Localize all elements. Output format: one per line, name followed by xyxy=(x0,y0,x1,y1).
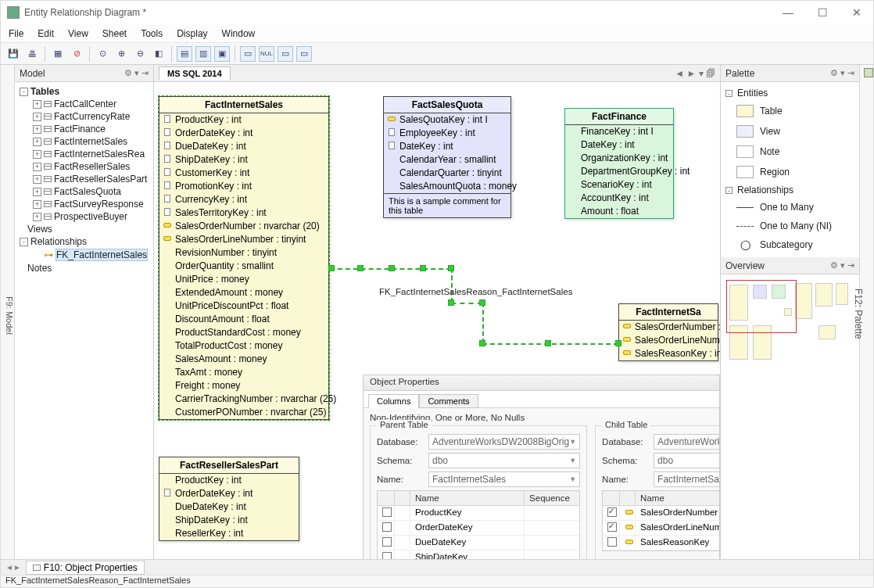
menu-sheet[interactable]: Sheet xyxy=(102,28,127,39)
props-tab-comments[interactable]: Comments xyxy=(419,394,478,408)
fk-connector[interactable] xyxy=(451,303,482,304)
tab-nav-left-icon[interactable]: ◄► xyxy=(5,563,21,572)
overview-header: Overview ⚙ ▾ ⇥ xyxy=(721,257,859,274)
menu-edit[interactable]: Edit xyxy=(38,28,54,39)
menu-file[interactable]: File xyxy=(9,28,23,39)
entity-column: SalesTerritoryKey : int xyxy=(159,206,328,220)
tool-bar: 💾 🖶 ▦ ⊘ ⊙ ⊕ ⊖ ◧ ▤ ▥ ▣ ▭ NUL ▭ ▭ xyxy=(1,43,873,65)
child-database-select[interactable]: AdventureWorksDW2008BigOrig▼ xyxy=(654,434,719,450)
parent-columns-grid[interactable]: NameSequence ProductKeyOrderDateKeyDueDa… xyxy=(377,490,580,560)
checkbox[interactable] xyxy=(607,507,617,517)
props-tabs: Columns Comments xyxy=(364,391,719,408)
entity-factinternetsales[interactable]: FactInternetSales ProductKey : intOrderD… xyxy=(159,96,329,420)
toggle-d-icon[interactable]: ▭ xyxy=(296,46,312,62)
zoom-reset-icon[interactable]: ⊙ xyxy=(95,46,110,62)
object-properties-panel: Object Properties Columns Comments Non-I… xyxy=(363,375,720,561)
entity-column: CustomerPONumber : nvarchar (25) xyxy=(159,406,328,419)
palette-item-table[interactable]: Table xyxy=(725,101,854,121)
collapse-icon[interactable]: - xyxy=(725,187,733,194)
palette-item-one-to-many-ni[interactable]: One to Many (NI) xyxy=(725,217,854,235)
entity-column: AccountKey : int xyxy=(565,192,673,205)
overview-map[interactable] xyxy=(721,274,859,561)
gear-icon[interactable]: ⚙ ▾ ⇥ xyxy=(830,260,854,271)
key-icon xyxy=(625,524,634,530)
checkbox[interactable] xyxy=(382,522,392,532)
entity-column: FinanceKey : int I xyxy=(565,125,673,138)
fk-connector[interactable] xyxy=(451,268,453,303)
palette-body: -Entities Table View Note Region -Relati… xyxy=(721,82,859,257)
toggle-c-icon[interactable]: ▭ xyxy=(278,46,293,62)
checkbox[interactable] xyxy=(607,522,617,532)
fieldset-legend: Child Table xyxy=(602,420,650,429)
child-schema-select[interactable]: dbo▼ xyxy=(654,453,719,468)
left-rail[interactable]: F9: Model xyxy=(1,65,15,561)
checkbox[interactable] xyxy=(382,507,392,517)
maximize-button[interactable]: ☐ xyxy=(812,6,833,19)
forbid-icon[interactable]: ⊘ xyxy=(69,46,84,62)
table-row[interactable]: DueDateKey xyxy=(378,536,579,550)
view-keys-icon[interactable]: ▥ xyxy=(195,46,211,62)
entity-column: OrderQuantity : smallint xyxy=(159,260,328,273)
palette-item-note[interactable]: Note xyxy=(725,142,854,162)
palette-item-subcategory[interactable]: ◯Subcategory xyxy=(725,235,854,254)
child-name-select[interactable]: FactInternetSalesReason▼ xyxy=(654,471,719,487)
checkbox[interactable] xyxy=(382,537,392,547)
palette-item-one-to-many[interactable]: One to Many xyxy=(725,198,854,217)
entity-column: RevisionNumber : tinyint xyxy=(159,246,328,260)
menu-view[interactable]: View xyxy=(68,28,88,39)
zoom-fit-icon[interactable]: ◧ xyxy=(151,46,167,62)
entity-factinternetsalesreason[interactable]: FactInternetSa SalesOrderNumber :SalesOr… xyxy=(618,303,718,361)
menu-display[interactable]: Display xyxy=(177,28,207,39)
entity-column: DueDateKey : int xyxy=(159,140,328,153)
fk-connector[interactable] xyxy=(482,303,484,343)
props-tab-columns[interactable]: Columns xyxy=(368,394,419,408)
parent-table-group: Parent Table Database:AdventureWorksDW20… xyxy=(370,425,587,560)
right-rail[interactable]: F12: Palette xyxy=(859,65,873,561)
entity-column: DueDateKey : int xyxy=(159,500,299,514)
sheet-nav[interactable]: ◄ ► ▾ 🗐 xyxy=(675,68,715,79)
table-row[interactable]: ProductKey xyxy=(378,506,579,521)
grid-icon[interactable]: ▦ xyxy=(50,46,66,62)
parent-schema-select[interactable]: dbo▼ xyxy=(428,453,580,468)
zoom-out-icon[interactable]: ⊖ xyxy=(132,46,148,62)
entity-column: EmployeeKey : int xyxy=(384,127,510,140)
minimize-button[interactable]: — xyxy=(778,6,798,19)
zoom-in-icon[interactable]: ⊕ xyxy=(113,46,129,62)
view-names-icon[interactable]: ▣ xyxy=(214,46,230,62)
child-columns-grid[interactable]: NameSequence SalesOrderNumber1SalesOrder… xyxy=(602,490,719,551)
palette-group-label: Relationships xyxy=(737,185,793,195)
toggle-null-icon[interactable]: NUL xyxy=(259,46,274,62)
collapse-icon[interactable]: - xyxy=(725,90,733,97)
toggle-a-icon[interactable]: ▭ xyxy=(240,46,256,62)
table-row[interactable]: SalesOrderNumber1 xyxy=(603,506,719,521)
close-button[interactable]: ✕ xyxy=(847,6,867,19)
gear-icon[interactable]: ⚙ ▾ ⇥ xyxy=(830,68,854,78)
pin-icon[interactable] xyxy=(864,68,873,77)
save-icon[interactable]: 💾 xyxy=(5,46,21,62)
table-row[interactable]: SalesReasonKey xyxy=(603,536,719,550)
sheet-tab-mssql[interactable]: MS SQL 2014 xyxy=(159,66,231,80)
key-icon xyxy=(625,539,634,545)
bottom-tab-props[interactable]: F10: Object Properties xyxy=(26,561,145,575)
parent-database-select[interactable]: AdventureWorksDW2008BigOrig▼ xyxy=(428,434,580,450)
table-row[interactable]: SalesOrderLineNumber2 xyxy=(603,521,719,536)
entity-column: DiscountAmount : float xyxy=(159,313,328,326)
palette-item-view[interactable]: View xyxy=(725,121,854,142)
print-icon[interactable]: 🖶 xyxy=(24,46,40,62)
palette-item-region[interactable]: Region xyxy=(725,162,854,182)
checkbox[interactable] xyxy=(607,537,617,547)
parent-name-select[interactable]: FactInternetSales▼ xyxy=(428,471,580,487)
gear-icon[interactable]: ⚙ ▾ ⇥ xyxy=(124,68,149,78)
entity-column: OrderDateKey : int xyxy=(159,487,299,500)
entity-factresellersalespart[interactable]: FactResellerSalesPart ProductKey : intOr… xyxy=(159,457,299,541)
entity-column: PromotionKey : int xyxy=(159,180,328,193)
menu-tools[interactable]: Tools xyxy=(141,28,163,39)
entity-factsalesquota[interactable]: FactSalesQuota SalesQuotaKey : int IEmpl… xyxy=(383,96,511,218)
menu-window[interactable]: Window xyxy=(222,28,256,39)
entity-factfinance[interactable]: FactFinance FinanceKey : int IDateKey : … xyxy=(564,108,674,219)
model-tree[interactable]: - Tables+ FactCallCenter+ FactCurrencyRa… xyxy=(15,82,153,561)
view-detail-icon[interactable]: ▤ xyxy=(177,46,192,62)
fk-label: FK_FactInternetSalesReason_FactInternetS… xyxy=(379,287,572,296)
table-row[interactable]: OrderDateKey xyxy=(378,521,579,536)
entity-column: SalesOrderLineNumb xyxy=(619,334,718,347)
